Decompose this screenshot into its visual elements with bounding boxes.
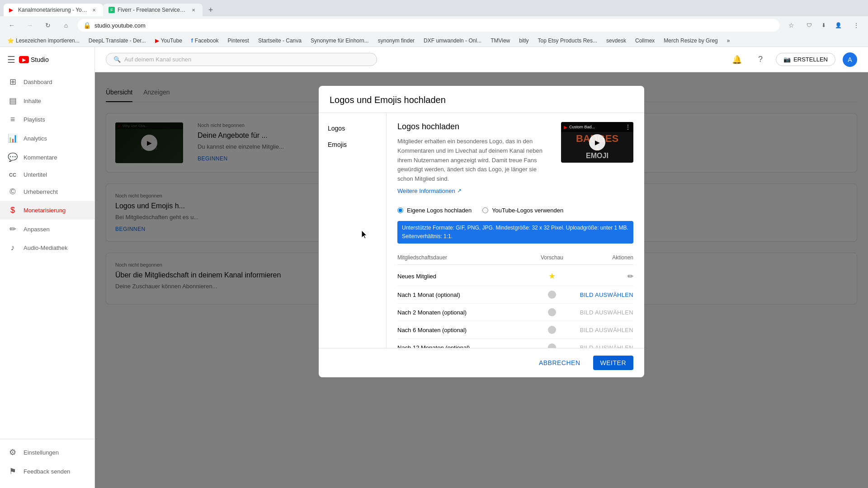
external-link-icon: ↗ bbox=[457, 188, 462, 194]
bookmark-icon-0: ⭐ bbox=[7, 38, 14, 44]
bookmark-label-14: Merch Resize by Greg bbox=[664, 38, 717, 44]
top-bar: 🔍 Auf deinem Kanal suchen 🔔 ? 📷 ERSTELLE… bbox=[95, 47, 868, 72]
search-placeholder: Auf deinem Kanal suchen bbox=[124, 56, 191, 63]
row-4-label: Nach 12 Monaten (optional) bbox=[397, 344, 525, 348]
browser-menu[interactable]: ⋮ bbox=[850, 19, 863, 32]
radio-youtube-input[interactable] bbox=[482, 207, 488, 213]
more-bookmarks[interactable]: » bbox=[723, 37, 734, 45]
browser-chrome: ▶ Kanalmonetarisierung - YouTube ... ✕ F… bbox=[0, 0, 868, 47]
bookmark-pinterest[interactable]: Pinterest bbox=[224, 37, 253, 45]
tab-2-close[interactable]: ✕ bbox=[190, 6, 197, 14]
extension-3[interactable]: 👤 bbox=[832, 19, 844, 32]
modal-sidebar-logos[interactable]: Logos bbox=[319, 120, 386, 136]
bookmark-label-11: Top Etsy Products Res... bbox=[538, 38, 597, 44]
feedback-icon: ⚑ bbox=[7, 466, 18, 476]
bookmark-synonyme[interactable]: Synonyme für Einhorn... bbox=[307, 37, 373, 45]
monetarisierung-icon: $ bbox=[7, 206, 18, 215]
learn-more-link[interactable]: Weitere Informationen ↗ bbox=[397, 188, 554, 194]
tab-2[interactable]: F Fiverr - Freelance Services Mar... ✕ bbox=[103, 4, 203, 16]
bookmark-youtube[interactable]: ▶ YouTube bbox=[151, 37, 186, 45]
sidebar-item-dashboard[interactable]: ⊞ Dashboard bbox=[0, 72, 94, 91]
avatar[interactable]: A bbox=[843, 52, 857, 67]
sidebar-item-untertitel[interactable]: CC Untertitel bbox=[0, 167, 94, 183]
modal-body: Logos Emojis Logos hochladen Mitglieder … bbox=[319, 113, 644, 348]
audio-icon: ♪ bbox=[7, 243, 18, 253]
play-button[interactable]: ▶ bbox=[589, 134, 605, 150]
modal-title: Logos und Emojis hochladen bbox=[330, 95, 633, 105]
bookmark-bitly[interactable]: bitly bbox=[515, 37, 532, 45]
radio-eigene[interactable]: Eigene Logos hochladen bbox=[397, 207, 472, 214]
video-header-bar: ▶ Custom Bad... ⋮ bbox=[561, 122, 633, 132]
yt-icon-video: ▶ bbox=[564, 125, 567, 130]
url-bar[interactable]: 🔒 studio.youtube.com bbox=[78, 19, 779, 32]
select-btn-2[interactable]: BILD AUSWÄHLEN bbox=[580, 309, 633, 316]
sidebar-item-kommentare[interactable]: 💬 Kommentare bbox=[0, 148, 94, 167]
bookmark-star[interactable]: ☆ bbox=[785, 19, 797, 32]
forward-button[interactable]: → bbox=[24, 19, 36, 32]
row-0-label: Neues Mitglied bbox=[397, 273, 525, 280]
table-row-0: Neues Mitglied ★ ✏ bbox=[397, 267, 633, 286]
cancel-button[interactable]: ABBRECHEN bbox=[532, 356, 588, 370]
bookmark-synonym[interactable]: synonym finder bbox=[374, 37, 418, 45]
modal-sidebar-emojis[interactable]: Emojis bbox=[319, 136, 386, 153]
select-btn-1[interactable]: BILD AUSWÄHLEN bbox=[580, 291, 633, 298]
back-button[interactable]: ← bbox=[5, 19, 18, 32]
video-more-icon[interactable]: ⋮ bbox=[625, 124, 631, 130]
radio-eigene-input[interactable] bbox=[397, 207, 403, 213]
tab-1-close[interactable]: ✕ bbox=[90, 6, 98, 14]
home-button[interactable]: ⌂ bbox=[60, 19, 72, 32]
bookmark-dxf[interactable]: DXF umwandeln - Onl... bbox=[420, 37, 485, 45]
circle-icon-3 bbox=[548, 326, 556, 334]
sidebar-item-anpassen[interactable]: ✏ Anpassen bbox=[0, 220, 94, 239]
sidebar-item-feedback[interactable]: ⚑ Feedback senden bbox=[0, 462, 94, 481]
create-button[interactable]: 📷 ERSTELLEN bbox=[776, 53, 835, 66]
sidebar-label-analytics: Analytics bbox=[24, 135, 47, 142]
next-button[interactable]: WEITER bbox=[593, 356, 633, 370]
sidebar-item-inhalte[interactable]: ▤ Inhalte bbox=[0, 91, 94, 110]
right-panel: 🔍 Auf deinem Kanal suchen 🔔 ? 📷 ERSTELLE… bbox=[95, 47, 868, 488]
bookmark-label-10: bitly bbox=[519, 38, 528, 44]
reload-button[interactable]: ↻ bbox=[42, 19, 54, 32]
bookmark-sevdesk[interactable]: sevdesk bbox=[603, 37, 630, 45]
row-2-actions: BILD AUSWÄHLEN bbox=[579, 309, 633, 316]
sidebar-item-einstellungen[interactable]: ⚙ Einstellungen bbox=[0, 443, 94, 462]
sidebar-label-anpassen: Anpassen bbox=[24, 226, 50, 233]
notification-button[interactable]: 🔔 bbox=[729, 52, 745, 68]
tab-1[interactable]: ▶ Kanalmonetarisierung - YouTube ... ✕ bbox=[4, 4, 103, 16]
yt-logo-icon: ▶ bbox=[19, 56, 29, 63]
select-btn-3[interactable]: BILD AUSWÄHLEN bbox=[580, 327, 633, 333]
sidebar-item-urheberrecht[interactable]: © Urheberrecht bbox=[0, 183, 94, 201]
urheberrecht-icon: © bbox=[7, 187, 18, 197]
bookmark-merch[interactable]: Merch Resize by Greg bbox=[660, 37, 721, 45]
menu-icon[interactable]: ☰ bbox=[7, 54, 15, 65]
row-4-actions: BILD AUSWÄHLEN bbox=[579, 344, 633, 348]
bookmark-collmex[interactable]: Collmex bbox=[632, 37, 658, 45]
sidebar-item-monetarisierung[interactable]: $ Monetarisierung bbox=[0, 201, 94, 220]
row-1-label: Nach 1 Monat (optional) bbox=[397, 291, 525, 298]
radio-youtube[interactable]: YouTube-Logos verwenden bbox=[482, 207, 563, 214]
bookmark-deepl[interactable]: DeepL Translate - Der... bbox=[85, 37, 150, 45]
sidebar-item-analytics[interactable]: 📊 Analytics bbox=[0, 129, 94, 148]
url-text: studio.youtube.com bbox=[94, 22, 774, 29]
row-0-actions: ✏ bbox=[579, 272, 633, 281]
sidebar-bottom: ⚙ Einstellungen ⚑ Feedback senden bbox=[0, 443, 94, 488]
help-button[interactable]: ? bbox=[752, 52, 769, 68]
sidebar-label-monetarisierung: Monetarisierung bbox=[24, 207, 66, 214]
bookmark-facebook[interactable]: f Facebook bbox=[188, 37, 222, 45]
sidebar-item-playlists[interactable]: ≡ Playlists bbox=[0, 110, 94, 129]
bookmark-canva[interactable]: Startseite - Canva bbox=[255, 37, 305, 45]
circle-icon-4 bbox=[548, 343, 556, 348]
yt-logo: ▶ Studio bbox=[19, 56, 49, 63]
bookmark-lesezeichen[interactable]: ⭐ Lesezeichen importieren... bbox=[4, 37, 83, 45]
new-tab-button[interactable]: + bbox=[204, 4, 217, 16]
modal-overlay: Logos und Emojis hochladen Logos Emojis bbox=[95, 72, 868, 488]
bookmark-tmview[interactable]: TMView bbox=[487, 37, 514, 45]
sidebar-item-audio[interactable]: ♪ Audio-Mediathek bbox=[0, 239, 94, 257]
edit-icon-0[interactable]: ✏ bbox=[627, 272, 633, 281]
extension-1[interactable]: 🛡 bbox=[803, 19, 816, 32]
main-content: Übersicht Anzeigen ▶ Why Use Cha... bbox=[95, 72, 868, 488]
bookmark-top-etsy[interactable]: Top Etsy Products Res... bbox=[534, 37, 601, 45]
extension-2[interactable]: ⬇ bbox=[817, 19, 830, 32]
search-box[interactable]: 🔍 Auf deinem Kanal suchen bbox=[106, 53, 377, 66]
select-btn-4[interactable]: BILD AUSWÄHLEN bbox=[580, 344, 633, 348]
